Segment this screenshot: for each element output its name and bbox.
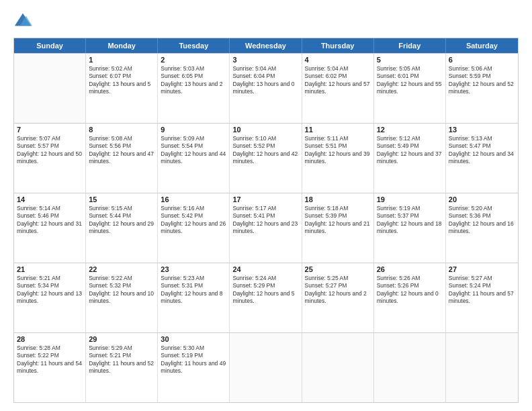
cell-info: Sunrise: 5:23 AMSunset: 5:31 PMDaylight:…: [161, 275, 226, 306]
header-day-monday: Monday: [86, 38, 158, 53]
cell-info: Sunrise: 5:30 AMSunset: 5:19 PMDaylight:…: [161, 345, 226, 375]
day-number: 8: [89, 126, 154, 134]
cell-info: Sunrise: 5:08 AMSunset: 5:56 PMDaylight:…: [89, 135, 154, 166]
cal-cell: 8Sunrise: 5:08 AMSunset: 5:56 PMDaylight…: [86, 124, 158, 193]
cell-info: Sunrise: 5:24 AMSunset: 5:29 PMDaylight:…: [232, 275, 298, 306]
day-number: 15: [89, 195, 154, 203]
cell-info: Sunrise: 5:06 AMSunset: 5:59 PMDaylight:…: [449, 65, 515, 96]
logo: [13, 12, 35, 31]
cal-cell: 5Sunrise: 5:05 AMSunset: 6:01 PMDaylight…: [374, 54, 446, 123]
day-number: 14: [17, 195, 83, 203]
week-row-4: 28Sunrise: 5:28 AMSunset: 5:22 PMDayligh…: [14, 332, 518, 402]
cal-cell: 26Sunrise: 5:26 AMSunset: 5:26 PMDayligh…: [374, 263, 446, 332]
cell-info: Sunrise: 5:18 AMSunset: 5:39 PMDaylight:…: [305, 205, 371, 236]
cal-cell: 17Sunrise: 5:17 AMSunset: 5:41 PMDayligh…: [230, 193, 302, 263]
header-day-saturday: Saturday: [446, 38, 518, 53]
cell-info: Sunrise: 5:11 AMSunset: 5:51 PMDaylight:…: [305, 135, 371, 166]
cell-info: Sunrise: 5:17 AMSunset: 5:41 PMDaylight:…: [232, 205, 298, 236]
week-row-0: 1Sunrise: 5:02 AMSunset: 6:07 PMDaylight…: [14, 53, 518, 123]
cell-info: Sunrise: 5:21 AMSunset: 5:34 PMDaylight:…: [17, 275, 83, 306]
day-number: 20: [449, 195, 515, 203]
cell-info: Sunrise: 5:29 AMSunset: 5:21 PMDaylight:…: [89, 345, 154, 375]
calendar-body: 1Sunrise: 5:02 AMSunset: 6:07 PMDaylight…: [14, 53, 518, 402]
cal-cell: 22Sunrise: 5:22 AMSunset: 5:32 PMDayligh…: [86, 263, 158, 332]
week-row-2: 14Sunrise: 5:14 AMSunset: 5:46 PMDayligh…: [14, 193, 518, 263]
cal-cell: 15Sunrise: 5:15 AMSunset: 5:44 PMDayligh…: [86, 193, 158, 263]
day-number: 11: [305, 126, 371, 134]
cal-cell: 29Sunrise: 5:29 AMSunset: 5:21 PMDayligh…: [86, 333, 158, 402]
day-number: 12: [377, 126, 443, 134]
cal-cell: 11Sunrise: 5:11 AMSunset: 5:51 PMDayligh…: [302, 124, 374, 193]
cell-info: Sunrise: 5:16 AMSunset: 5:42 PMDaylight:…: [161, 205, 226, 236]
cal-cell: 9Sunrise: 5:09 AMSunset: 5:54 PMDaylight…: [158, 124, 230, 193]
cal-cell: 7Sunrise: 5:07 AMSunset: 5:57 PMDaylight…: [14, 124, 86, 193]
cal-cell: [446, 333, 518, 402]
cal-cell: 19Sunrise: 5:19 AMSunset: 5:37 PMDayligh…: [374, 193, 446, 263]
cell-info: Sunrise: 5:10 AMSunset: 5:52 PMDaylight:…: [232, 135, 298, 166]
week-row-3: 21Sunrise: 5:21 AMSunset: 5:34 PMDayligh…: [14, 263, 518, 332]
cell-info: Sunrise: 5:13 AMSunset: 5:47 PMDaylight:…: [449, 135, 515, 166]
cal-cell: 24Sunrise: 5:24 AMSunset: 5:29 PMDayligh…: [230, 263, 302, 332]
logo-icon: [13, 12, 32, 31]
day-number: 7: [17, 126, 83, 134]
day-number: 1: [89, 56, 154, 64]
day-number: 18: [305, 195, 371, 203]
cal-cell: [374, 333, 446, 402]
cal-cell: [14, 54, 86, 123]
day-number: 4: [305, 56, 371, 64]
day-number: 2: [161, 56, 226, 64]
cal-cell: 4Sunrise: 5:04 AMSunset: 6:02 PMDaylight…: [302, 54, 374, 123]
cal-cell: 16Sunrise: 5:16 AMSunset: 5:42 PMDayligh…: [158, 193, 230, 263]
day-number: 6: [449, 56, 515, 64]
cell-info: Sunrise: 5:03 AMSunset: 6:05 PMDaylight:…: [161, 65, 226, 96]
header-day-friday: Friday: [374, 38, 446, 53]
cal-cell: 23Sunrise: 5:23 AMSunset: 5:31 PMDayligh…: [158, 263, 230, 332]
cell-info: Sunrise: 5:27 AMSunset: 5:24 PMDaylight:…: [449, 275, 515, 306]
day-number: 5: [377, 56, 443, 64]
cal-cell: 25Sunrise: 5:25 AMSunset: 5:27 PMDayligh…: [302, 263, 374, 332]
cell-info: Sunrise: 5:05 AMSunset: 6:01 PMDaylight:…: [377, 65, 443, 96]
cal-cell: 12Sunrise: 5:12 AMSunset: 5:49 PMDayligh…: [374, 124, 446, 193]
cell-info: Sunrise: 5:09 AMSunset: 5:54 PMDaylight:…: [161, 135, 226, 166]
cal-cell: 1Sunrise: 5:02 AMSunset: 6:07 PMDaylight…: [86, 54, 158, 123]
cal-cell: [230, 333, 302, 402]
cell-info: Sunrise: 5:07 AMSunset: 5:57 PMDaylight:…: [17, 135, 83, 166]
week-row-1: 7Sunrise: 5:07 AMSunset: 5:57 PMDaylight…: [14, 123, 518, 193]
cell-info: Sunrise: 5:04 AMSunset: 6:02 PMDaylight:…: [305, 65, 371, 96]
day-number: 25: [305, 265, 371, 273]
day-number: 28: [17, 335, 83, 343]
day-number: 9: [161, 126, 226, 134]
header-day-wednesday: Wednesday: [230, 38, 302, 53]
cell-info: Sunrise: 5:20 AMSunset: 5:36 PMDaylight:…: [449, 205, 515, 236]
calendar-header: SundayMondayTuesdayWednesdayThursdayFrid…: [14, 38, 518, 53]
day-number: 3: [232, 56, 298, 64]
day-number: 19: [377, 195, 443, 203]
cal-cell: [302, 333, 374, 402]
day-number: 13: [449, 126, 515, 134]
cal-cell: 13Sunrise: 5:13 AMSunset: 5:47 PMDayligh…: [446, 124, 518, 193]
cell-info: Sunrise: 5:15 AMSunset: 5:44 PMDaylight:…: [89, 205, 154, 236]
day-number: 30: [161, 335, 226, 343]
header-day-tuesday: Tuesday: [158, 38, 230, 53]
header-day-thursday: Thursday: [302, 38, 374, 53]
header-day-sunday: Sunday: [14, 38, 86, 53]
cal-cell: 21Sunrise: 5:21 AMSunset: 5:34 PMDayligh…: [14, 263, 86, 332]
cell-info: Sunrise: 5:22 AMSunset: 5:32 PMDaylight:…: [89, 275, 154, 306]
day-number: 17: [232, 195, 298, 203]
cal-cell: 27Sunrise: 5:27 AMSunset: 5:24 PMDayligh…: [446, 263, 518, 332]
cal-cell: 20Sunrise: 5:20 AMSunset: 5:36 PMDayligh…: [446, 193, 518, 263]
day-number: 24: [232, 265, 298, 273]
cell-info: Sunrise: 5:25 AMSunset: 5:27 PMDaylight:…: [305, 275, 371, 306]
cal-cell: 3Sunrise: 5:04 AMSunset: 6:04 PMDaylight…: [230, 54, 302, 123]
cal-cell: 2Sunrise: 5:03 AMSunset: 6:05 PMDaylight…: [158, 54, 230, 123]
cell-info: Sunrise: 5:04 AMSunset: 6:04 PMDaylight:…: [232, 65, 298, 96]
calendar: SundayMondayTuesdayWednesdayThursdayFrid…: [13, 38, 519, 403]
cell-info: Sunrise: 5:19 AMSunset: 5:37 PMDaylight:…: [377, 205, 443, 236]
cal-cell: 6Sunrise: 5:06 AMSunset: 5:59 PMDaylight…: [446, 54, 518, 123]
cell-info: Sunrise: 5:14 AMSunset: 5:46 PMDaylight:…: [17, 205, 83, 236]
cell-info: Sunrise: 5:26 AMSunset: 5:26 PMDaylight:…: [377, 275, 443, 306]
cal-cell: 28Sunrise: 5:28 AMSunset: 5:22 PMDayligh…: [14, 333, 86, 402]
cell-info: Sunrise: 5:28 AMSunset: 5:22 PMDaylight:…: [17, 345, 83, 375]
cal-cell: 14Sunrise: 5:14 AMSunset: 5:46 PMDayligh…: [14, 193, 86, 263]
day-number: 21: [17, 265, 83, 273]
